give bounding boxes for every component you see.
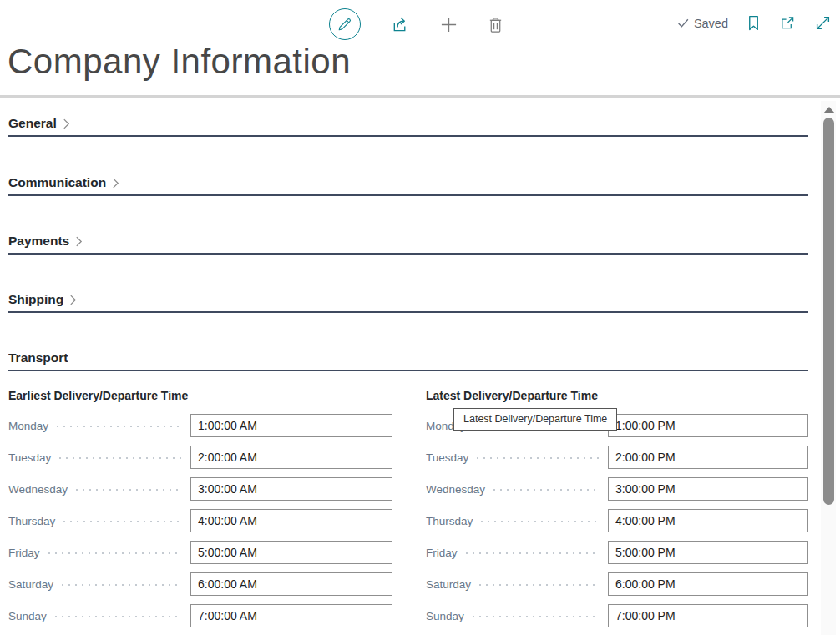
scrollbar-up-arrow-icon[interactable] bbox=[823, 107, 835, 113]
section-label: Payments bbox=[8, 234, 69, 249]
field-label: Tuesday bbox=[8, 451, 51, 464]
open-in-new-window-icon bbox=[779, 15, 796, 31]
check-icon bbox=[677, 18, 690, 28]
section-communication-header[interactable]: Communication bbox=[8, 175, 808, 196]
latest-tuesday-input[interactable] bbox=[608, 446, 808, 469]
field-label: Tuesday bbox=[426, 451, 468, 464]
dotted-leader bbox=[58, 456, 182, 460]
dotted-leader bbox=[56, 425, 182, 428]
dotted-leader bbox=[48, 552, 182, 555]
latest-sunday-input[interactable] bbox=[608, 604, 808, 627]
trash-icon bbox=[488, 16, 503, 33]
earliest-column-header: Earliest Delivery/Departure Time bbox=[8, 389, 392, 402]
earliest-saturday-input[interactable] bbox=[190, 572, 392, 596]
field-row: Wednesday bbox=[426, 477, 808, 501]
edit-button[interactable] bbox=[329, 8, 361, 40]
section-communication: Communication bbox=[8, 175, 808, 196]
page-title: Company Information bbox=[8, 42, 351, 82]
field-label: Friday bbox=[8, 547, 40, 559]
section-label: Shipping bbox=[8, 292, 63, 307]
field-label: Saturday bbox=[426, 578, 471, 591]
field-row: Saturday bbox=[426, 572, 808, 596]
earliest-monday-input[interactable] bbox=[190, 414, 392, 437]
chevron-right-icon bbox=[63, 118, 70, 130]
field-row: Friday bbox=[426, 541, 808, 564]
field-label: Sunday bbox=[426, 610, 464, 622]
dotted-leader bbox=[478, 583, 600, 587]
plus-icon bbox=[440, 16, 458, 33]
share-button[interactable] bbox=[391, 15, 410, 34]
earliest-sunday-input[interactable] bbox=[190, 604, 392, 627]
section-label: Communication bbox=[8, 175, 106, 190]
dotted-leader bbox=[54, 615, 182, 618]
latest-thursday-input[interactable] bbox=[608, 509, 808, 532]
field-row: Sunday bbox=[8, 604, 392, 627]
bookmark-icon bbox=[747, 15, 760, 31]
dotted-leader bbox=[493, 488, 600, 491]
section-transport: Transport bbox=[8, 350, 808, 371]
latest-monday-input[interactable] bbox=[608, 414, 808, 437]
dotted-leader bbox=[63, 520, 182, 523]
window-controls: Saved bbox=[677, 15, 831, 31]
field-label: Sunday bbox=[8, 610, 47, 622]
field-row: Monday bbox=[8, 414, 392, 437]
save-status: Saved bbox=[677, 17, 728, 30]
earliest-thursday-input[interactable] bbox=[190, 509, 392, 532]
section-payments-header[interactable]: Payments bbox=[8, 234, 808, 255]
header-divider bbox=[0, 95, 840, 98]
earliest-wednesday-input[interactable] bbox=[190, 477, 392, 501]
section-label: Transport bbox=[8, 350, 68, 365]
company-information-page: Saved bbox=[0, 0, 840, 635]
field-tooltip: Latest Delivery/Departure Time bbox=[453, 408, 617, 431]
field-row: Thursday bbox=[8, 509, 392, 532]
chevron-right-icon bbox=[75, 235, 83, 248]
field-label: Friday bbox=[426, 547, 458, 559]
section-general-header[interactable]: General bbox=[8, 116, 808, 137]
earliest-delivery-column: Earliest Delivery/Departure Time Monday … bbox=[8, 389, 392, 635]
dotted-leader bbox=[480, 520, 600, 523]
section-label: General bbox=[8, 116, 57, 131]
field-label: Thursday bbox=[426, 515, 473, 527]
field-label: Monday bbox=[8, 420, 48, 432]
section-shipping: Shipping bbox=[8, 292, 808, 313]
field-label: Wednesday bbox=[8, 483, 68, 496]
pencil-icon bbox=[337, 16, 353, 33]
dotted-leader bbox=[465, 552, 600, 555]
latest-friday-input[interactable] bbox=[608, 541, 808, 564]
earliest-tuesday-input[interactable] bbox=[190, 446, 392, 469]
scrollbar-thumb[interactable] bbox=[823, 118, 834, 505]
delete-button[interactable] bbox=[488, 16, 503, 33]
earliest-friday-input[interactable] bbox=[190, 541, 392, 564]
chevron-right-icon bbox=[69, 294, 77, 306]
section-shipping-header[interactable]: Shipping bbox=[8, 292, 808, 313]
field-row: Wednesday bbox=[8, 477, 392, 501]
field-row: Sunday bbox=[426, 604, 808, 627]
share-icon bbox=[391, 15, 410, 34]
dotted-leader bbox=[476, 456, 600, 460]
expand-icon bbox=[815, 15, 831, 31]
dotted-leader bbox=[472, 615, 600, 618]
section-payments: Payments bbox=[8, 234, 808, 255]
section-transport-header[interactable]: Transport bbox=[8, 350, 808, 371]
field-label: Thursday bbox=[8, 515, 55, 527]
field-row: Friday bbox=[8, 541, 392, 564]
latest-saturday-input[interactable] bbox=[608, 572, 808, 596]
section-general: General bbox=[8, 116, 808, 137]
field-row: Tuesday bbox=[426, 446, 808, 469]
latest-wednesday-input[interactable] bbox=[608, 477, 808, 501]
field-row: Thursday bbox=[426, 509, 808, 532]
chevron-right-icon bbox=[112, 177, 119, 189]
latest-column-header: Latest Delivery/Departure Time bbox=[426, 389, 808, 402]
action-toolbar bbox=[329, 8, 503, 40]
field-label: Wednesday bbox=[426, 483, 485, 496]
field-label: Saturday bbox=[8, 578, 53, 591]
open-in-new-window-button[interactable] bbox=[779, 15, 796, 31]
expand-button[interactable] bbox=[815, 15, 831, 31]
dotted-leader bbox=[75, 488, 182, 491]
bookmark-button[interactable] bbox=[747, 15, 760, 31]
field-row: Tuesday bbox=[8, 446, 392, 469]
dotted-leader bbox=[61, 583, 182, 587]
save-status-label: Saved bbox=[694, 17, 728, 30]
field-row: Saturday bbox=[8, 572, 392, 596]
add-button[interactable] bbox=[440, 16, 458, 33]
